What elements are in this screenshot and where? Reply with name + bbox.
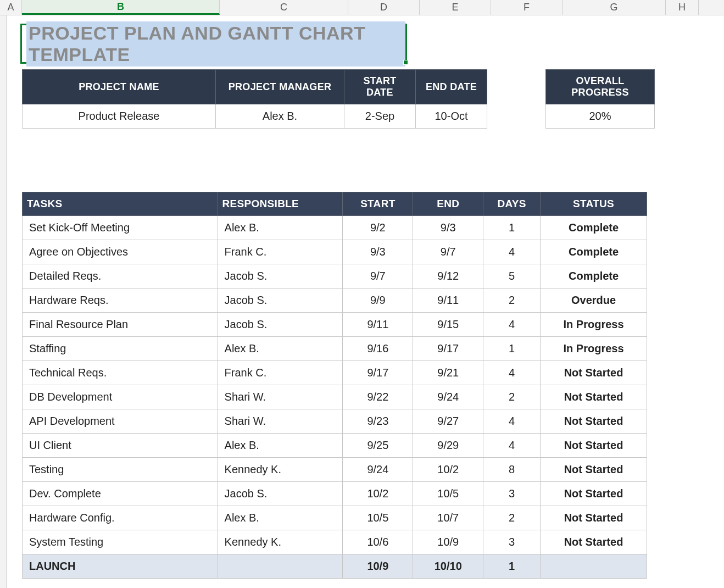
cell-task[interactable]: Final Resource Plan — [23, 313, 218, 337]
cell-start-date[interactable]: 2-Sep — [344, 104, 416, 129]
cell-status[interactable]: Not Started — [541, 530, 647, 554]
cell-start[interactable]: 9/23 — [343, 409, 413, 434]
cell-start[interactable]: 9/3 — [343, 240, 413, 264]
cell-responsible[interactable]: Kennedy K. — [218, 458, 343, 482]
cell-status[interactable]: Complete — [541, 240, 647, 264]
cell-responsible[interactable]: Alex B. — [218, 216, 343, 240]
cell-start[interactable]: 9/16 — [343, 337, 413, 361]
cell-days[interactable]: 4 — [483, 313, 541, 337]
col-header-h[interactable]: H — [666, 0, 699, 15]
cell-status[interactable]: Not Started — [541, 482, 647, 506]
cell-task[interactable]: Set Kick-Off Meeting — [23, 216, 218, 240]
cell-end[interactable]: 10/10 — [413, 554, 483, 579]
cell-days[interactable]: 8 — [483, 458, 541, 482]
cell-days[interactable]: 2 — [483, 289, 541, 313]
cell-status[interactable]: Not Started — [541, 409, 647, 434]
cell-task[interactable]: DB Development — [23, 385, 218, 409]
cell-status[interactable]: In Progress — [541, 313, 647, 337]
cell-end[interactable]: 9/29 — [413, 434, 483, 458]
cell-end[interactable]: 9/3 — [413, 216, 483, 240]
cell-days[interactable]: 4 — [483, 361, 541, 385]
cell-start[interactable]: 9/22 — [343, 385, 413, 409]
cell-days[interactable]: 4 — [483, 409, 541, 434]
header-responsible[interactable]: RESPONSIBLE — [218, 192, 343, 216]
cell-responsible[interactable]: Frank C. — [218, 361, 343, 385]
cell-start[interactable]: 10/5 — [343, 506, 413, 530]
cell-responsible[interactable]: Jacob S. — [218, 313, 343, 337]
cell-days[interactable]: 2 — [483, 385, 541, 409]
cell-task[interactable]: Hardware Config. — [23, 506, 218, 530]
cell-start[interactable]: 9/24 — [343, 458, 413, 482]
cell-project-name[interactable]: Product Release — [23, 104, 216, 129]
cell-status[interactable] — [541, 554, 647, 579]
cell-start[interactable]: 9/25 — [343, 434, 413, 458]
cell-task[interactable]: Detailed Reqs. — [23, 264, 218, 289]
cell-status[interactable]: Not Started — [541, 361, 647, 385]
cell-days[interactable]: 1 — [483, 337, 541, 361]
cell-responsible[interactable]: Shari W. — [218, 409, 343, 434]
cell-end[interactable]: 9/12 — [413, 264, 483, 289]
cell-end[interactable]: 10/5 — [413, 482, 483, 506]
cell-responsible[interactable]: Kennedy K. — [218, 530, 343, 554]
col-header-c[interactable]: C — [220, 0, 348, 15]
cell-responsible[interactable]: Shari W. — [218, 385, 343, 409]
cell-days[interactable]: 1 — [483, 216, 541, 240]
cell-end[interactable]: 10/7 — [413, 506, 483, 530]
cell-responsible[interactable]: Alex B. — [218, 337, 343, 361]
cell-end[interactable]: 10/9 — [413, 530, 483, 554]
cell-days[interactable]: 3 — [483, 530, 541, 554]
cell-responsible[interactable]: Jacob S. — [218, 264, 343, 289]
cell-status[interactable]: Not Started — [541, 506, 647, 530]
cell-end[interactable]: 9/17 — [413, 337, 483, 361]
cell-task[interactable]: Hardware Reqs. — [23, 289, 218, 313]
col-header-a[interactable]: A — [0, 0, 22, 15]
cell-start[interactable]: 9/9 — [343, 289, 413, 313]
cell-days[interactable]: 2 — [483, 506, 541, 530]
header-end-date[interactable]: END DATE — [416, 70, 487, 104]
cell-start[interactable]: 9/17 — [343, 361, 413, 385]
cell-responsible[interactable]: Alex B. — [218, 434, 343, 458]
cell-start[interactable]: 9/7 — [343, 264, 413, 289]
col-header-b[interactable]: B — [22, 0, 220, 15]
cell-responsible[interactable]: Alex B. — [218, 506, 343, 530]
col-header-d[interactable]: D — [348, 0, 420, 15]
cell-task[interactable]: Technical Reqs. — [23, 361, 218, 385]
cell-responsible[interactable]: Frank C. — [218, 240, 343, 264]
cell-days[interactable]: 4 — [483, 240, 541, 264]
cell-responsible[interactable]: Jacob S. — [218, 482, 343, 506]
cell-overall-progress[interactable]: 20% — [546, 104, 655, 129]
cell-task[interactable]: System Testing — [23, 530, 218, 554]
cell-status[interactable]: In Progress — [541, 337, 647, 361]
cell-end[interactable]: 9/24 — [413, 385, 483, 409]
header-tasks[interactable]: TASKS — [23, 192, 218, 216]
cell-end-date[interactable]: 10-Oct — [416, 104, 487, 129]
cell-days[interactable]: 4 — [483, 434, 541, 458]
cell-responsible[interactable]: Jacob S. — [218, 289, 343, 313]
cell-status[interactable]: Not Started — [541, 385, 647, 409]
cell-status[interactable]: Not Started — [541, 458, 647, 482]
cell-task[interactable]: API Development — [23, 409, 218, 434]
col-header-e[interactable]: E — [420, 0, 491, 15]
header-status[interactable]: STATUS — [541, 192, 647, 216]
cell-end[interactable]: 10/2 — [413, 458, 483, 482]
cell-end[interactable]: 9/15 — [413, 313, 483, 337]
cell-status[interactable]: Complete — [541, 264, 647, 289]
cell-task[interactable]: Dev. Complete — [23, 482, 218, 506]
cell-task[interactable]: LAUNCH — [23, 554, 218, 579]
header-project-manager[interactable]: PROJECT MANAGER — [216, 70, 344, 104]
active-cell[interactable]: PROJECT PLAN AND GANTT CHART TEMPLATE — [20, 24, 407, 64]
cell-status[interactable]: Overdue — [541, 289, 647, 313]
cell-task[interactable]: Agree on Objectives — [23, 240, 218, 264]
cell-start[interactable]: 10/2 — [343, 482, 413, 506]
header-start[interactable]: START — [343, 192, 413, 216]
header-overall-progress[interactable]: OVERALL PROGRESS — [546, 70, 655, 104]
cell-days[interactable]: 5 — [483, 264, 541, 289]
cell-end[interactable]: 9/27 — [413, 409, 483, 434]
col-header-f[interactable]: F — [491, 0, 563, 15]
cell-status[interactable]: Complete — [541, 216, 647, 240]
cell-end[interactable]: 9/21 — [413, 361, 483, 385]
cell-task[interactable]: Staffing — [23, 337, 218, 361]
cell-start[interactable]: 10/6 — [343, 530, 413, 554]
header-end[interactable]: END — [413, 192, 483, 216]
header-project-name[interactable]: PROJECT NAME — [23, 70, 216, 104]
